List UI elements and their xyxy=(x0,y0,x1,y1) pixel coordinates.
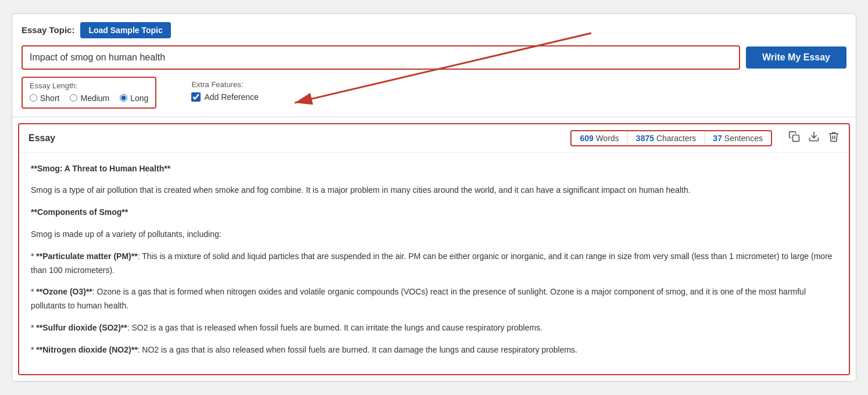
svg-rect-2 xyxy=(793,135,799,142)
essay-para-6: * **Ozone (O3)**: Ozone is a gas that is… xyxy=(31,285,837,313)
essay-length-group: Essay Length: Short Medium Long xyxy=(22,77,156,109)
essay-actions xyxy=(788,131,840,145)
load-sample-button[interactable]: Load Sample Topic xyxy=(80,22,170,38)
words-stat: 609 Words xyxy=(571,131,627,145)
essay-para-4: Smog is made up of a variety of pollutan… xyxy=(31,228,837,242)
main-container: Essay Topic: Load Sample Topic Write My … xyxy=(12,13,856,382)
length-short-label: Short xyxy=(40,94,59,103)
add-reference-label: Add Reference xyxy=(204,92,258,102)
input-row: Write My Essay xyxy=(22,45,846,70)
essay-para-1: **Smog: A Threat to Human Health** xyxy=(31,162,837,176)
length-long-radio[interactable] xyxy=(120,94,127,102)
length-short-radio[interactable] xyxy=(30,94,37,102)
topic-input-wrapper xyxy=(22,45,740,70)
length-long-option[interactable]: Long xyxy=(120,94,148,103)
radio-group: Short Medium Long xyxy=(30,94,148,103)
sentences-label: Sentences xyxy=(724,134,763,143)
essay-stats-box: 609 Words 3875 Characters 37 Sentences xyxy=(570,130,772,146)
words-label: Words xyxy=(596,134,619,143)
essay-body: **Smog: A Threat to Human Health** Smog … xyxy=(19,153,849,375)
top-section: Essay Topic: Load Sample Topic Write My … xyxy=(12,14,856,117)
download-icon[interactable] xyxy=(808,131,820,145)
characters-count: 3875 xyxy=(636,134,654,143)
length-medium-label: Medium xyxy=(80,94,109,103)
essay-para-8: * **Nitrogen dioxide (NO2)**: NO2 is a g… xyxy=(31,343,837,357)
essay-para-5: * **Particulate matter (PM)**: This is a… xyxy=(31,250,837,278)
essay-header: Essay 609 Words 3875 Characters 37 Sente… xyxy=(19,124,849,153)
length-short-option[interactable]: Short xyxy=(30,94,59,103)
delete-icon[interactable] xyxy=(828,131,840,145)
essay-length-label: Essay Length: xyxy=(30,81,148,90)
sentences-count: 37 xyxy=(713,134,722,143)
options-row: Essay Length: Short Medium Long xyxy=(22,77,846,109)
copy-icon[interactable] xyxy=(788,131,800,145)
topic-input[interactable] xyxy=(23,46,739,69)
essay-para-2: Smog is a type of air pollution that is … xyxy=(31,184,837,198)
length-medium-radio[interactable] xyxy=(70,94,77,102)
add-reference-checkbox[interactable] xyxy=(191,92,201,102)
essay-topic-label: Essay Topic: xyxy=(22,25,74,35)
characters-stat: 3875 Characters xyxy=(628,131,705,145)
length-long-label: Long xyxy=(130,94,148,103)
essay-header-right: 609 Words 3875 Characters 37 Sentences xyxy=(570,130,840,146)
essay-para-7: * **Sulfur dioxide (SO2)**: SO2 is a gas… xyxy=(31,321,837,335)
essay-para-3: **Components of Smog** xyxy=(31,206,837,220)
essay-title: Essay xyxy=(28,133,55,143)
words-count: 609 xyxy=(580,134,593,143)
essay-topic-row: Essay Topic: Load Sample Topic xyxy=(22,22,846,38)
sentences-stat: 37 Sentences xyxy=(705,131,771,145)
extra-features-label: Extra Features: xyxy=(191,80,258,89)
characters-label: Characters xyxy=(656,134,696,143)
length-medium-option[interactable]: Medium xyxy=(70,94,109,103)
write-essay-button[interactable]: Write My Essay xyxy=(746,46,846,69)
add-reference-option[interactable]: Add Reference xyxy=(191,92,258,102)
essay-section: Essay 609 Words 3875 Characters 37 Sente… xyxy=(18,123,850,376)
extra-features-group: Extra Features: Add Reference xyxy=(191,77,258,102)
